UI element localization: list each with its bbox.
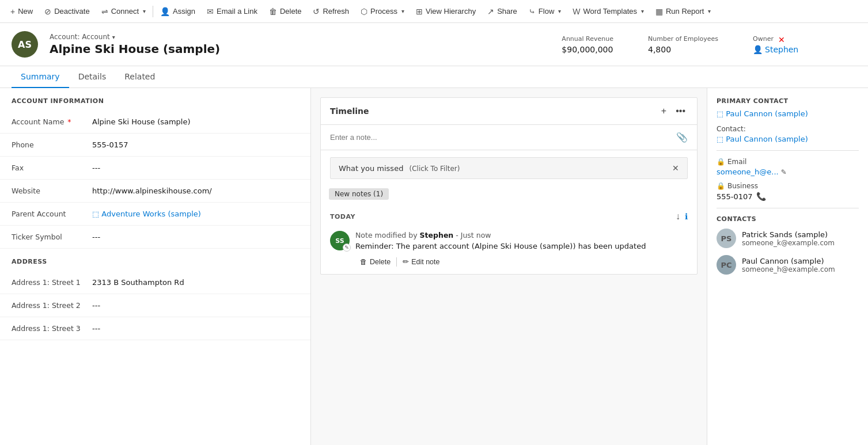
header-fields: Annual Revenue $90,000,000 Number of Emp… [562,35,856,54]
tab-summary[interactable]: Summary [12,66,69,88]
field-value-fax[interactable]: --- [92,163,299,172]
rp-divider-2 [717,208,859,208]
timeline-entry: SS ✎ Note modified by Stephen - Just now… [321,225,697,274]
rp-contact-icon: ⬚ [717,135,723,143]
contact-name-1[interactable]: Paul Cannon (sample) [742,257,835,265]
delete-button[interactable]: 🗑 Delete [263,0,308,22]
contact-email-1: someone_h@example.com [742,265,835,273]
business-lock-icon: 🔒 [717,182,725,190]
primary-contact-icon: ⬚ [717,109,723,118]
new-notes-badge[interactable]: New notes (1) [329,188,389,200]
entry-avatar: SS ✎ [330,231,350,250]
process-icon: ⬡ [361,7,367,16]
attach-icon[interactable]: 📎 [676,132,688,143]
word-templates-icon: W [573,7,580,16]
owner-close-button[interactable]: ✕ [778,35,785,44]
owner-person-icon: 👤 [753,45,763,54]
entry-delete-button[interactable]: 🗑 Delete [355,256,395,268]
field-value-street2[interactable]: --- [92,301,299,310]
record-name: Alpine Ski House (sample) [50,42,550,56]
missed-filter[interactable]: (Click To Filter) [410,165,460,173]
tab-related[interactable]: Related [115,66,164,88]
field-row-account-name: Account Name * Alpine Ski House (sample) [0,111,310,134]
main-content: ACCOUNT INFORMATION Account Name * Alpin… [0,88,868,445]
share-button[interactable]: ↗ Share [482,0,523,22]
field-value-account-name[interactable]: Alpine Ski House (sample) [92,117,299,126]
field-value-street1[interactable]: 2313 B Southampton Rd [92,278,299,287]
field-row-phone: Phone 555-0157 📞 [0,134,310,157]
view-hierarchy-icon: ⊞ [416,7,423,16]
field-value-website[interactable]: http://www.alpineskihouse.com/ [92,187,287,195]
rp-phone-call-icon[interactable]: 📞 [756,192,766,201]
record-title-area: Account: Account ▾ Alpine Ski House (sam… [50,33,550,56]
new-icon: + [10,7,15,16]
view-hierarchy-button[interactable]: ⊞ View Hierarchy [410,0,482,22]
field-value-street3[interactable]: --- [92,324,299,333]
address-title: ADDRESS [0,258,310,271]
connect-icon: ⇌ [101,7,108,16]
field-value-parent-account[interactable]: ⬚ Adventure Works (sample) [92,210,299,218]
flow-button[interactable]: ⤷ Flow ▾ [523,0,567,22]
tab-details[interactable]: Details [69,66,116,88]
timeline-add-button[interactable]: + [659,105,669,117]
flow-chevron-icon: ▾ [558,8,561,14]
missed-title: What you missed [339,164,403,173]
lock-icon: 🔒 [717,158,725,166]
new-button[interactable]: + New [5,0,39,22]
timeline-sort-button[interactable]: ↓ [676,211,680,222]
contact-item-0: PS Patrick Sands (sample) someone_k@exam… [717,229,859,248]
owner-link[interactable]: 👤 Stephen [753,45,856,54]
process-chevron-icon: ▾ [401,8,404,14]
email-link-icon: ✉ [207,7,214,16]
missed-close-button[interactable]: ✕ [672,163,679,173]
word-templates-button[interactable]: W Word Templates ▾ [567,0,650,22]
timeline-actions: + ••• [659,105,688,117]
right-panel: Primary Contact ⬚ Paul Cannon (sample) C… [707,88,868,445]
timeline-info-button[interactable]: ℹ [685,212,688,221]
contact-item-1: PC Paul Cannon (sample) someone_h@exampl… [717,255,859,275]
parent-account-icon: ⬚ [92,210,99,218]
contact-email-0: someone_k@example.com [742,239,835,247]
field-row-fax: Fax --- [0,157,310,180]
run-report-button[interactable]: ▦ Run Report ▾ [650,0,717,22]
refresh-button[interactable]: ↺ Refresh [307,0,355,22]
rp-contact-field: Contact: ⬚ Paul Cannon (sample) [717,125,859,143]
delete-icon: 🗑 [269,7,277,16]
assign-button[interactable]: 👤 Assign [154,0,201,22]
field-row-street3: Address 1: Street 3 --- [0,317,310,340]
breadcrumb-chevron-icon: ▾ [112,34,115,40]
field-value-phone[interactable]: 555-0157 [92,140,287,149]
email-link-button[interactable]: ✉ Email a Link [201,0,263,22]
breadcrumb[interactable]: Account: Account ▾ [50,33,550,41]
timeline-more-button[interactable]: ••• [673,105,688,117]
trash-icon: 🗑 [360,258,367,266]
contact-info-1: Paul Cannon (sample) someone_h@example.c… [742,257,835,273]
run-report-chevron-icon: ▾ [708,8,711,14]
rp-business-field: 🔒 Business 555-0107 📞 [717,182,859,201]
timeline-today-label: TODAY ↓ ℹ [321,206,697,225]
rp-contact-value[interactable]: ⬚ Paul Cannon (sample) [717,135,859,143]
contacts-title: CONTACTS [717,215,859,223]
primary-contact-link[interactable]: ⬚ Paul Cannon (sample) [717,109,859,118]
rp-business-phone: 555-0107 [717,192,753,201]
note-input[interactable] [330,133,672,142]
process-button[interactable]: ⬡ Process ▾ [355,0,410,22]
entry-action-separator [396,257,397,267]
field-value-ticker[interactable]: --- [92,233,299,241]
contact-name-0[interactable]: Patrick Sands (sample) [742,230,835,239]
flow-icon: ⤷ [529,7,536,16]
run-report-icon: ▦ [655,7,663,16]
edit-icon: ✏ [403,257,409,266]
tabs-row: Summary Details Related [0,66,868,88]
email-edit-icon[interactable]: ✎ [781,168,787,176]
rp-email-value[interactable]: someone_h@e... ✎ [717,168,859,176]
entry-edit-button[interactable]: ✏ Edit note [398,255,444,268]
share-icon: ↗ [487,7,494,16]
deactivate-button[interactable]: ⊘ Deactivate [39,0,95,22]
section-spacer [0,249,310,258]
connect-button[interactable]: ⇌ Connect ▾ [96,0,151,22]
entry-meta: Note modified by Stephen - Just now [355,231,688,239]
left-panel: ACCOUNT INFORMATION Account Name * Alpin… [0,88,311,445]
deactivate-icon: ⊘ [44,7,51,16]
field-row-street2: Address 1: Street 2 --- [0,294,310,317]
